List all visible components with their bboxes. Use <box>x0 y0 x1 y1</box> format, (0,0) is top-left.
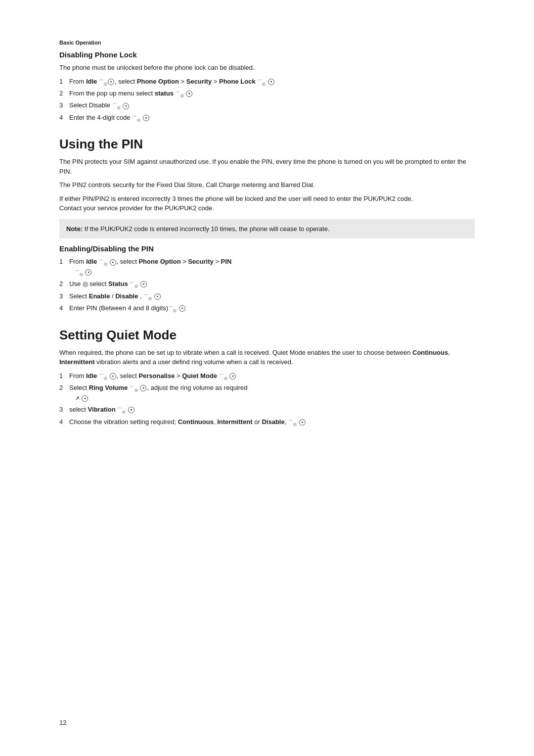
list-item: 4 Enter the 4-digit code ⌒◎ ● <box>59 113 475 123</box>
using-the-pin-para2: The PIN2 controls security for the Fixed… <box>59 180 475 190</box>
using-the-pin-para3: If either PIN/PIN2 is entered incorrectl… <box>59 194 475 213</box>
list-item: 4 Enter PIN (Between 4 and 8 digits)⌒◎ ● <box>59 303 475 313</box>
disabling-phone-lock-title: Disabling Phone Lock <box>59 50 475 59</box>
enabling-disabling-pin-title: Enabling/Disabling the PIN <box>59 244 475 253</box>
setting-quiet-mode-title: Setting Quiet Mode <box>59 328 475 343</box>
list-item: 2 From the pop up menu select status ⌒◎ … <box>59 89 475 98</box>
list-item: 3 select Vibration ⌒◎ ● <box>59 405 475 415</box>
list-item: 1 From Idle ⌒◎ ●, select Personalise > Q… <box>59 371 475 381</box>
page-number: 12 <box>59 719 66 726</box>
disabling-phone-lock-steps: 1 From Idle ⌒◎●, select Phone Option > S… <box>59 77 475 123</box>
disabling-phone-lock-section: Disabling Phone Lock The phone must be u… <box>59 50 475 123</box>
using-the-pin-title: Using the PIN <box>59 137 475 152</box>
list-item: 1 From Idle ⌒◎●, select Phone Option > S… <box>59 77 475 87</box>
list-item: 3 Select Disable ⌒◎ ● <box>59 100 475 110</box>
list-item: 3 Select Enable / Disable , ⌒◎ ● <box>59 291 475 301</box>
using-the-pin-para1: The PIN protects your SIM against unauth… <box>59 157 475 176</box>
list-item: 4 Choose the vibration setting required;… <box>59 417 475 427</box>
list-item: 2 Use ◎ select Status ⌒◎ ● <box>59 279 475 289</box>
using-the-pin-section: Using the PIN The PIN protects your SIM … <box>59 137 475 313</box>
setting-quiet-mode-para1: When required, the phone can be set up t… <box>59 348 475 367</box>
setting-quiet-mode-section: Setting Quiet Mode When required, the ph… <box>59 328 475 427</box>
disabling-phone-lock-intro: The phone must be unlocked before the ph… <box>59 63 475 73</box>
enabling-disabling-pin-steps: 1 From Idle ⌒◎ ●, select Phone Option > … <box>59 257 475 313</box>
note-box: Note: If the PUK/PUK2 code is entered in… <box>59 219 475 239</box>
list-item: 2 Select Ring Volume ⌒◎ ●, adjust the ri… <box>59 383 475 403</box>
section-label: Basic Operation <box>59 40 475 46</box>
setting-quiet-mode-steps: 1 From Idle ⌒◎ ●, select Personalise > Q… <box>59 371 475 427</box>
page: Basic Operation Disabling Phone Lock The… <box>0 0 534 756</box>
list-item: 1 From Idle ⌒◎ ●, select Phone Option > … <box>59 257 475 277</box>
